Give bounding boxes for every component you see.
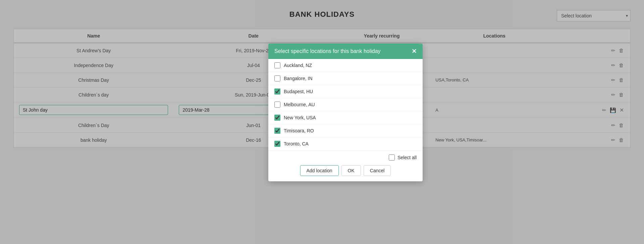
location-checkbox[interactable]: [274, 88, 280, 95]
location-item: Toronto, CA: [268, 137, 423, 150]
select-all-row: Select all: [274, 155, 417, 161]
cancel-button[interactable]: Cancel: [364, 165, 391, 176]
modal-footer: Select all Add location OK Cancel: [268, 150, 423, 181]
footer-buttons: Add location OK Cancel: [274, 165, 417, 176]
modal-body: Auckland, NZ Bangalore, IN Budapest, HU …: [268, 59, 423, 150]
location-item: Auckland, NZ: [268, 59, 423, 72]
location-item: Timisoara, RO: [268, 124, 423, 137]
location-name: New York, USA: [284, 115, 316, 120]
location-name: Melbourne, AU: [284, 102, 315, 107]
location-name: Toronto, CA: [284, 141, 309, 146]
location-checkbox[interactable]: [274, 62, 280, 68]
location-checkbox[interactable]: [274, 115, 280, 121]
modal-title: Select specific locations for this bank …: [274, 48, 381, 54]
location-checkbox[interactable]: [274, 128, 280, 134]
location-item: New York, USA: [268, 111, 423, 124]
ok-button[interactable]: OK: [341, 165, 361, 176]
location-modal: Select specific locations for this bank …: [268, 44, 423, 181]
modal-close-button[interactable]: ✕: [412, 48, 417, 54]
location-name: Budapest, HU: [284, 89, 313, 94]
add-location-button[interactable]: Add location: [300, 165, 339, 176]
location-checkbox[interactable]: [274, 102, 280, 108]
location-name: Auckland, NZ: [284, 63, 312, 68]
location-item: Bangalore, IN: [268, 72, 423, 85]
location-checkbox[interactable]: [274, 75, 280, 81]
location-item: Budapest, HU: [268, 85, 423, 98]
select-all-checkbox[interactable]: [389, 155, 395, 161]
location-checkbox[interactable]: [274, 141, 280, 147]
select-all-label[interactable]: Select all: [397, 155, 417, 160]
modal-header: Select specific locations for this bank …: [268, 44, 423, 59]
location-name: Bangalore, IN: [284, 76, 313, 81]
modal-overlay: Select specific locations for this bank …: [0, 0, 644, 244]
location-item: Melbourne, AU: [268, 98, 423, 111]
location-name: Timisoara, RO: [284, 128, 314, 133]
